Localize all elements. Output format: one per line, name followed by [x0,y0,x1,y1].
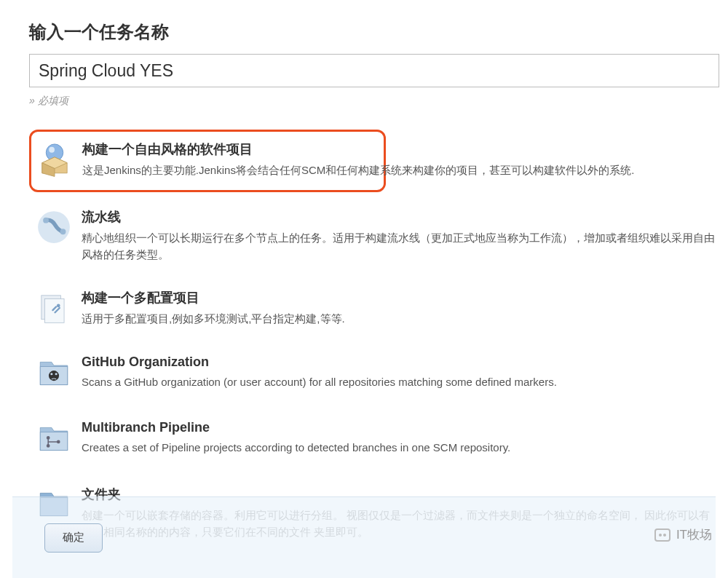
option-title: 流水线 [82,208,721,226]
option-title: 构建一个自由风格的软件项目 [82,140,634,158]
svg-rect-6 [45,299,65,323]
option-text: 流水线 精心地组织一个可以长期运行在多个节点上的任务。适用于构建流水线（更加正式… [82,207,721,263]
option-title: GitHub Organization [82,355,721,370]
option-desc: 这是Jenkins的主要功能.Jenkins将会结合任何SCM和任何构建系统来构… [82,162,634,179]
svg-point-11 [55,373,58,375]
page-title: 输入一个任务名称 [29,20,728,44]
option-text: 构建一个多配置项目 适用于多配置项目,例如多环境测试,平台指定构建,等等. [82,288,721,328]
option-multibranch[interactable]: Multibranch Pipeline Creates a set of Pi… [29,408,728,474]
ok-button[interactable]: 确定 [44,523,103,553]
multibranch-icon [33,419,74,459]
svg-point-9 [49,371,59,381]
pipeline-icon [33,207,74,248]
option-desc: 精心地组织一个可以长期运行在多个节点上的任务。适用于构建流水线（更加正式地应当称… [82,230,721,263]
freestyle-icon [34,139,75,180]
footer-bar: 确定 [12,496,716,578]
github-org-icon [33,353,74,394]
option-text: GitHub Organization Scans a GitHub organ… [82,353,721,391]
option-desc: Scans a GitHub organization (or user acc… [82,374,721,391]
svg-point-3 [43,218,49,223]
option-desc: 适用于多配置项目,例如多环境测试,平台指定构建,等等. [82,311,721,328]
option-title: Multibranch Pipeline [82,420,721,435]
option-freestyle[interactable]: 构建一个自由风格的软件项目 这是Jenkins的主要功能.Jenkins将会结合… [29,130,386,192]
wechat-icon [654,528,670,542]
watermark: IT牧场 [654,526,712,543]
option-text: 构建一个自由风格的软件项目 这是Jenkins的主要功能.Jenkins将会结合… [82,139,634,179]
svg-point-7 [57,304,60,308]
required-hint: » 必填项 [29,95,728,108]
svg-point-1 [49,147,55,153]
svg-point-2 [38,211,70,243]
option-github-org[interactable]: GitHub Organization Scans a GitHub organ… [29,343,728,408]
item-name-input[interactable] [29,54,719,87]
option-title: 构建一个多配置项目 [82,289,721,306]
option-text: Multibranch Pipeline Creates a set of Pi… [82,419,721,456]
watermark-text: IT牧场 [676,526,712,543]
option-pipeline[interactable]: 流水线 精心地组织一个可以长期运行在多个节点上的任务。适用于构建流水线（更加正式… [29,197,728,277]
project-type-list: 构建一个自由风格的软件项目 这是Jenkins的主要功能.Jenkins将会结合… [29,130,728,555]
option-desc: Creates a set of Pipeline projects accor… [82,440,721,456]
multiconfig-icon [33,288,74,328]
option-multiconfig[interactable]: 构建一个多配置项目 适用于多配置项目,例如多环境测试,平台指定构建,等等. [29,277,728,343]
svg-point-10 [50,373,52,375]
svg-point-4 [60,229,66,234]
